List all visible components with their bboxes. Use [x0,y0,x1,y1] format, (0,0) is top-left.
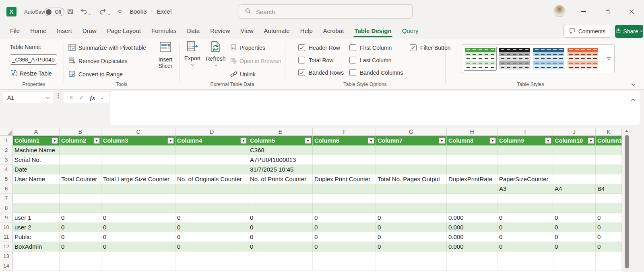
autosave-toggle[interactable]: Off [44,8,64,16]
cell-J12[interactable]: 0 [553,242,596,252]
name-box-chevron-icon[interactable] [46,96,50,99]
row-header-5[interactable]: 5 [0,174,13,184]
header-cell-column4[interactable]: Column4 [175,136,248,145]
cell-C14[interactable] [101,261,175,271]
row-header-7[interactable]: 7 [0,194,13,203]
filter-button[interactable] [167,137,174,144]
comments-button[interactable]: Comments [564,25,611,38]
cell-I2[interactable] [497,145,553,155]
cell-G10[interactable]: 0 [376,223,447,232]
cell-I9[interactable]: 0 [497,213,553,223]
cell-I4[interactable] [497,165,553,174]
cell-A10[interactable]: user 2 [13,223,60,232]
cell-A3[interactable]: Serial No. [13,155,60,165]
row-header-12[interactable]: 12 [0,242,13,252]
cell-I14[interactable] [497,261,553,271]
cell-I6[interactable]: A3 [497,184,553,194]
header-cell-column10[interactable]: Column10 [553,136,596,145]
cell-B10[interactable]: 0 [60,223,101,232]
filter-button[interactable] [368,137,374,144]
cell-F10[interactable]: 0 [313,223,376,232]
cell-F2[interactable] [313,145,376,155]
cell-H11[interactable]: 0.000 [447,232,497,242]
cell-H6[interactable] [447,184,497,194]
redo-button[interactable] [99,8,110,16]
unlink-button[interactable]: Unlink [230,70,256,79]
filter-button[interactable] [439,137,445,144]
cell-D2[interactable] [175,145,248,155]
cell-F7[interactable] [313,194,376,203]
cell-F4[interactable] [313,165,376,174]
header-cell-column2[interactable]: Column2 [60,136,101,145]
cell-G13[interactable] [376,252,447,261]
undo-button[interactable] [80,8,91,16]
tab-data[interactable]: Data [182,23,205,39]
properties-button[interactable]: Properties [230,43,265,52]
cell-E7[interactable] [248,194,313,203]
option-header-row[interactable]: Header Row [298,44,344,51]
cell-B8[interactable] [60,203,101,213]
cell-D14[interactable] [175,261,248,271]
cell-K8[interactable] [596,203,622,213]
tab-insert[interactable]: Insert [52,23,77,39]
customize-quick-access-icon[interactable] [118,10,122,14]
header-cell-column7[interactable]: Column7 [376,136,447,145]
column-header-F[interactable]: F [313,128,376,135]
refresh-button[interactable]: Refresh [204,41,227,66]
cell-C6[interactable] [101,184,175,194]
cell-K5[interactable] [596,174,622,184]
cell-F5[interactable]: Duplex Print Counter [313,174,376,184]
cell-H5[interactable]: DuplexPrintRate [447,174,497,184]
cell-K6[interactable]: B4 [596,184,622,194]
cell-K10[interactable]: 0 [596,223,622,232]
cell-D3[interactable] [175,155,248,165]
cell-I11[interactable]: 0 [497,232,553,242]
tab-acrobat[interactable]: Acrobat [318,23,349,39]
cell-B6[interactable] [60,184,101,194]
cell-G5[interactable]: Total No. Pages Output [376,174,447,184]
cell-J11[interactable]: 0 [553,232,596,242]
table-style-green[interactable] [464,47,497,71]
row-header-11[interactable]: 11 [0,232,13,242]
cell-B2[interactable] [60,145,101,155]
row-header-10[interactable]: 10 [0,223,13,232]
insert-slicer-button[interactable]: Insert Slicer [154,41,177,69]
tab-draw[interactable]: Draw [77,23,102,39]
cell-K12[interactable]: 0 [596,242,622,252]
table-style-blue[interactable] [532,47,565,71]
filter-button[interactable] [545,137,551,144]
vertical-scrollbar[interactable] [624,128,630,272]
option-first-column[interactable]: First Column [349,44,403,51]
cell-J8[interactable] [553,203,596,213]
convert-to-range-button[interactable]: Convert to Range [68,70,123,79]
tab-query[interactable]: Query [397,23,424,39]
header-cell-column1[interactable]: Column1 [13,136,60,145]
user-avatar[interactable] [553,5,566,17]
cell-A14[interactable] [13,261,60,271]
table-style-dark[interactable] [498,47,531,71]
column-header-G[interactable]: G [376,128,447,135]
cell-J6[interactable]: A4 [553,184,596,194]
cell-D13[interactable] [175,252,248,261]
cell-B12[interactable]: 0 [60,242,101,252]
cell-E9[interactable]: 0 [248,213,313,223]
column-header-H[interactable]: H [447,128,497,135]
cell-B3[interactable] [60,155,101,165]
cell-E3[interactable]: A7PU041000013 [248,155,313,165]
excel-logo-icon[interactable]: X [6,7,17,16]
cell-J7[interactable] [553,194,596,203]
undo-chevron-icon[interactable] [88,12,91,15]
cell-B13[interactable] [60,252,101,261]
cell-K9[interactable]: 0 [596,213,622,223]
collapse-ribbon-button[interactable] [632,80,635,87]
cell-D11[interactable]: 0 [175,232,248,242]
column-header-D[interactable]: D [175,128,248,135]
cell-D10[interactable]: 0 [175,223,248,232]
cell-A12[interactable]: BoxAdmin [13,242,60,252]
cell-A7[interactable] [13,194,60,203]
table-name-input[interactable] [10,54,57,65]
header-cell-column8[interactable]: Column8 [447,136,497,145]
cell-D6[interactable] [175,184,248,194]
cell-A11[interactable]: Public [13,232,60,242]
cell-F14[interactable] [313,261,376,271]
